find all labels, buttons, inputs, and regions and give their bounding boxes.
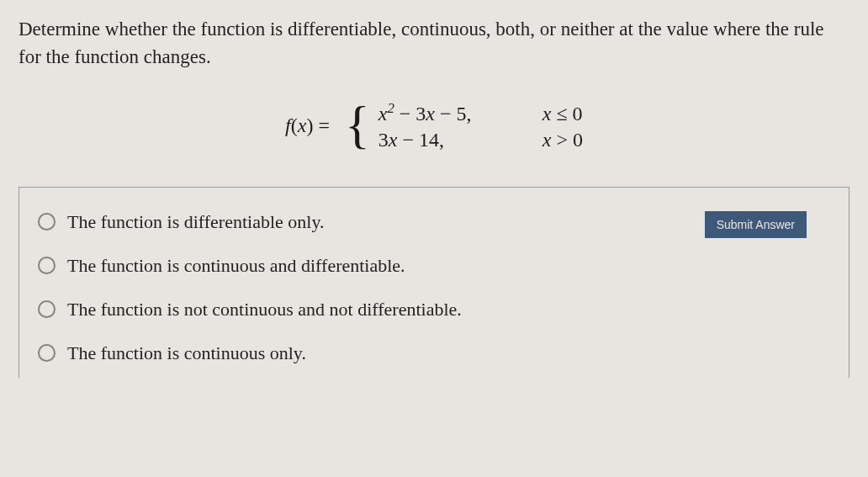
radio-icon[interactable] bbox=[38, 344, 56, 362]
option-label: The function is continuous and different… bbox=[67, 255, 405, 277]
radio-icon[interactable] bbox=[38, 257, 56, 274]
radio-icon[interactable] bbox=[38, 213, 56, 231]
option-3[interactable]: The function is not continuous and not d… bbox=[38, 299, 830, 321]
case-2: 3x − 14, x > 0 bbox=[378, 129, 583, 151]
option-label: The function is differentiable only. bbox=[67, 211, 324, 233]
question-prompt: Determine whether the function is differ… bbox=[19, 15, 849, 72]
radio-icon[interactable] bbox=[38, 300, 56, 318]
options-container: Submit Answer The function is differenti… bbox=[19, 187, 849, 378]
case-1: x2 − 3x − 5, x ≤ 0 bbox=[378, 100, 583, 125]
equation-lhs: f(x) = bbox=[285, 114, 330, 137]
piecewise-equation: f(x) = { x2 − 3x − 5, x ≤ 0 3x − 14, x >… bbox=[19, 97, 849, 155]
option-label: The function is continuous only. bbox=[67, 342, 306, 364]
submit-answer-button[interactable]: Submit Answer bbox=[705, 211, 807, 238]
left-brace: { bbox=[345, 104, 370, 146]
option-label: The function is not continuous and not d… bbox=[67, 299, 462, 321]
option-4[interactable]: The function is continuous only. bbox=[38, 342, 830, 364]
option-2[interactable]: The function is continuous and different… bbox=[38, 255, 830, 277]
